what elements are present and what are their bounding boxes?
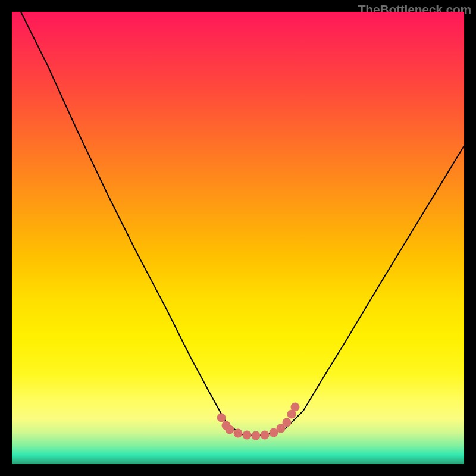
valley-marker-dot bbox=[226, 425, 234, 434]
valley-markers bbox=[217, 403, 300, 440]
valley-marker-dot bbox=[291, 403, 300, 412]
valley-marker-dot bbox=[252, 431, 261, 440]
valley-marker-dot bbox=[261, 431, 270, 440]
valley-marker-dot bbox=[234, 429, 243, 438]
valley-marker-dot bbox=[217, 414, 226, 422]
curve-svg bbox=[12, 12, 464, 464]
valley-marker-dot bbox=[283, 418, 292, 427]
bottleneck-curve bbox=[21, 12, 464, 436]
chart-container: TheBottleneck.com bbox=[0, 0, 476, 476]
valley-marker-dot bbox=[243, 431, 252, 440]
plot-area bbox=[12, 12, 464, 464]
